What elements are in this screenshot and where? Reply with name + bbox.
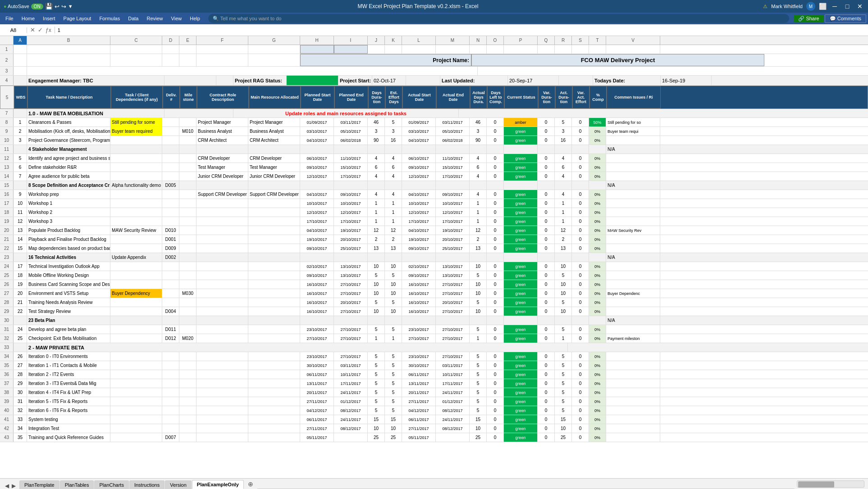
col-header-L[interactable]: L <box>402 36 436 45</box>
ee-28[interactable]: 5 <box>385 298 402 307</box>
cell-N1[interactable] <box>470 45 487 54</box>
resource-26[interactable] <box>248 280 300 289</box>
cell-A7[interactable] <box>14 109 27 118</box>
ee-27[interactable]: 10 <box>385 289 402 298</box>
task-29[interactable]: Test Strategy Review <box>27 307 110 316</box>
as-9[interactable]: 03/10/2017 <box>402 127 436 136</box>
status-8[interactable]: amber <box>504 118 538 127</box>
cell-E23[interactable] <box>179 253 196 262</box>
deliv-39[interactable] <box>162 397 179 406</box>
role-37[interactable] <box>196 379 248 388</box>
ps-39[interactable]: 27/11/2017 <box>300 397 334 406</box>
ee-36[interactable]: 5 <box>385 370 402 379</box>
role-40[interactable] <box>196 406 248 415</box>
task-8[interactable]: Clearances & Passes <box>27 118 110 127</box>
add-39[interactable]: 5 <box>470 397 487 406</box>
status-37[interactable]: green <box>504 379 538 388</box>
dd-37[interactable]: 5 <box>368 379 385 388</box>
task-34[interactable]: Iteration 0 - IT0 Environments <box>27 352 110 361</box>
dlc-28[interactable]: 0 <box>487 298 504 307</box>
dd-8[interactable]: 46 <box>368 118 385 127</box>
ad-42[interactable]: 10 <box>555 424 572 433</box>
pe-37[interactable]: 17/11/2017 <box>334 379 368 388</box>
add-14[interactable]: 4 <box>470 172 487 181</box>
pct-25[interactable]: 0% <box>589 271 606 280</box>
cell-G2[interactable] <box>248 54 300 66</box>
resource-34[interactable] <box>248 352 300 361</box>
cell-M1[interactable] <box>436 45 470 54</box>
cell-D11[interactable] <box>162 145 179 154</box>
cell-P15[interactable] <box>504 181 538 190</box>
resource-41[interactable] <box>248 415 300 424</box>
ee-12[interactable]: 4 <box>385 154 402 163</box>
task-22[interactable]: Map dependencies based on product backlo… <box>27 244 110 253</box>
mile-28[interactable] <box>179 298 196 307</box>
wbs-29[interactable]: 22 <box>14 307 27 316</box>
vd-19[interactable]: 0 <box>538 217 555 226</box>
comments-button[interactable]: 💬 Comments <box>825 14 866 23</box>
as-12[interactable]: 06/10/2017 <box>402 154 436 163</box>
cell-B1[interactable] <box>27 45 110 54</box>
cell-E2[interactable] <box>179 54 196 66</box>
ps-37[interactable]: 13/11/2017 <box>300 379 334 388</box>
resource-29[interactable] <box>248 307 300 316</box>
role-14[interactable]: Junior CRM Developer <box>196 172 248 181</box>
ae-18[interactable]: 12/10/2017 <box>436 208 470 217</box>
deps-31[interactable] <box>110 325 162 334</box>
deliv-26[interactable] <box>162 280 179 289</box>
dlc-22[interactable]: 0 <box>487 244 504 253</box>
ae-40[interactable]: 08/12/2017 <box>436 406 470 415</box>
cell-C15[interactable]: Alpha functionality demo <box>110 181 162 190</box>
resource-27[interactable] <box>248 289 300 298</box>
cell-K30[interactable] <box>385 316 402 325</box>
wbs-43[interactable]: 35 <box>14 433 27 442</box>
cell-reference-box[interactable] <box>0 27 27 33</box>
vae-31[interactable]: 0 <box>572 325 589 334</box>
cell-N4[interactable] <box>559 76 593 85</box>
wbs-38[interactable]: 30 <box>14 388 27 397</box>
status-25[interactable]: green <box>504 271 538 280</box>
status-43[interactable]: green <box>504 433 538 442</box>
add-18[interactable]: 1 <box>470 208 487 217</box>
ad-43[interactable]: 25 <box>555 433 572 442</box>
cell-R11[interactable] <box>555 145 572 154</box>
cell-P30[interactable] <box>504 316 538 325</box>
as-22[interactable]: 09/10/2017 <box>402 244 436 253</box>
deps-27[interactable]: Buyer Dependency <box>110 289 162 298</box>
as-17[interactable]: 10/10/2017 <box>402 199 436 208</box>
ad-22[interactable]: 13 <box>555 244 572 253</box>
pct-32[interactable]: 0% <box>589 334 606 343</box>
ad-9[interactable]: 3 <box>555 127 572 136</box>
wbs-24[interactable]: 17 <box>14 262 27 271</box>
cell-O30[interactable] <box>487 316 504 325</box>
vae-17[interactable]: 0 <box>572 199 589 208</box>
todays-date-label[interactable]: Todays Date: <box>593 76 661 85</box>
vae-34[interactable]: 0 <box>572 352 589 361</box>
ps-21[interactable]: 19/10/2017 <box>300 235 334 244</box>
task-19[interactable]: Workshop 3 <box>27 217 110 226</box>
dd-13[interactable]: 6 <box>368 163 385 172</box>
vae-16[interactable]: 0 <box>572 190 589 199</box>
cell-Q15[interactable] <box>538 181 555 190</box>
deliv-16[interactable] <box>162 190 179 199</box>
mile-14[interactable] <box>179 172 196 181</box>
cell-G30[interactable] <box>248 316 300 325</box>
cell-F15[interactable] <box>196 181 248 190</box>
pe-43[interactable] <box>334 433 368 442</box>
col-header-F[interactable]: F <box>196 36 248 45</box>
dlc-37[interactable]: 0 <box>487 379 504 388</box>
role-28[interactable] <box>196 298 248 307</box>
resource-39[interactable] <box>248 397 300 406</box>
deliv-36[interactable] <box>162 370 179 379</box>
deps-10[interactable] <box>110 136 162 145</box>
deliv-19[interactable] <box>162 217 179 226</box>
dlc-43[interactable]: 0 <box>487 433 504 442</box>
ae-25[interactable]: 13/10/2017 <box>436 271 470 280</box>
as-43[interactable]: 05/11/2017 <box>402 433 436 442</box>
dd-14[interactable]: 4 <box>368 172 385 181</box>
ps-29[interactable]: 16/10/2017 <box>300 307 334 316</box>
vd-28[interactable]: 0 <box>538 298 555 307</box>
dlc-17[interactable]: 0 <box>487 199 504 208</box>
deliv-29[interactable]: D004 <box>162 307 179 316</box>
add-8[interactable]: 46 <box>470 118 487 127</box>
